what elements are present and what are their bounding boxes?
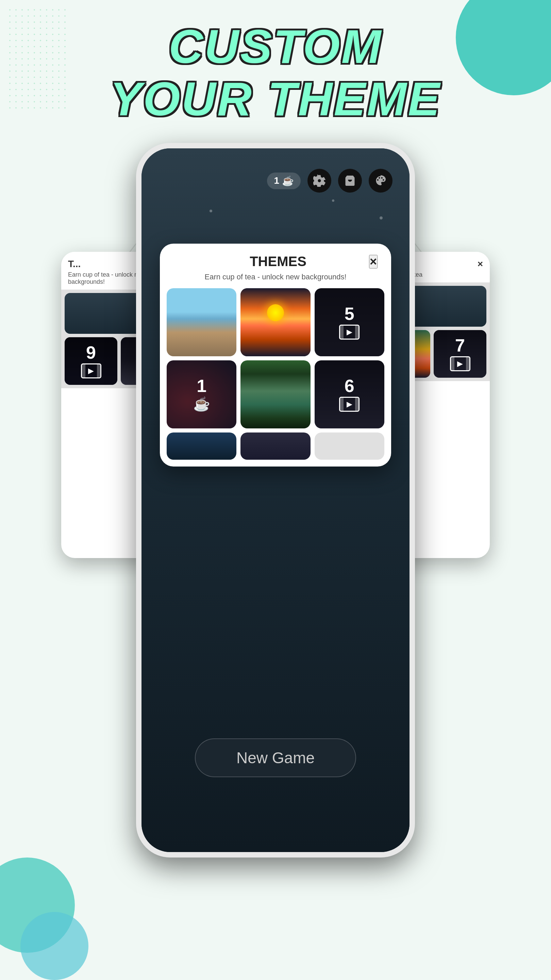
side-panel-right-close[interactable]: ×	[478, 259, 483, 269]
theme-cell-beach[interactable]	[167, 288, 237, 356]
phone-header: 1 ☕	[141, 169, 410, 192]
film-icon-9	[81, 363, 102, 379]
theme-cell-partial-2[interactable]	[240, 433, 310, 460]
phone-wrapper: T... × Earn cup of tea - unlock new back…	[136, 143, 415, 891]
theme-cell-locked-6[interactable]: 6	[314, 360, 384, 428]
new-game-button[interactable]: New Game	[195, 738, 356, 777]
side-right-cell-7[interactable]: 7	[433, 330, 486, 378]
theme-cell-locked-5[interactable]: 5	[314, 288, 384, 356]
film-icon-6	[339, 397, 359, 412]
star-6	[332, 199, 334, 202]
side-left-cell-9[interactable]: 9	[65, 337, 118, 385]
cart-button[interactable]	[338, 169, 362, 192]
theme-cell-locked-cup-1[interactable]: 1 ☕	[167, 360, 237, 428]
theme-cell-rocks[interactable]	[240, 360, 310, 428]
themes-modal-close-button[interactable]: ×	[369, 255, 378, 269]
phone-screen: 1 ☕	[141, 148, 410, 852]
phone-main: 1 ☕	[136, 143, 415, 858]
side-left-cell-9-overlay: 9	[65, 337, 118, 385]
tea-cup-icon: ☕	[282, 175, 294, 186]
themes-modal-subtitle: Earn cup of tea - unlock new backgrounds…	[160, 272, 391, 288]
gear-icon	[313, 175, 326, 187]
theme-cell-6-overlay: 6	[314, 360, 384, 428]
tea-count: 1	[274, 175, 279, 186]
theme-cell-5-overlay: 5	[314, 288, 384, 356]
side-panel-left-title: T...	[68, 259, 81, 269]
film-icon-5	[339, 325, 359, 340]
theme-cell-partial-1[interactable]	[167, 433, 237, 460]
theme-cell-5-num: 5	[345, 305, 354, 323]
themes-modal: THEMES × Earn cup of tea - unlock new ba…	[160, 243, 391, 466]
side-right-cell-7-num: 7	[455, 337, 465, 354]
cup-icon-1: ☕	[193, 396, 210, 412]
main-title: CUSTOM YOUR THEME	[0, 21, 551, 125]
themes-modal-header: THEMES ×	[160, 243, 391, 272]
theme-cell-sunset[interactable]	[240, 288, 310, 356]
film-icon-7	[450, 356, 470, 371]
tea-badge: 1 ☕	[267, 172, 301, 189]
star-7	[380, 216, 383, 220]
side-left-cell-9-num: 9	[86, 344, 96, 361]
settings-button[interactable]	[308, 169, 331, 192]
star-1	[210, 210, 212, 212]
palette-button[interactable]	[369, 169, 392, 192]
theme-cell-cup-1-overlay: 1 ☕	[167, 360, 237, 428]
themes-grid: 5 1 ☕	[160, 288, 391, 460]
bg-circle-bottom-left2	[21, 912, 89, 980]
theme-cell-partial-3[interactable]	[314, 433, 384, 460]
theme-cell-cup-1-num: 1	[197, 377, 206, 395]
palette-icon	[375, 175, 387, 187]
cart-icon	[344, 175, 356, 187]
theme-cell-6-num: 6	[345, 377, 354, 395]
side-right-cell-7-overlay: 7	[433, 330, 486, 378]
themes-modal-title: THEMES	[187, 254, 369, 269]
